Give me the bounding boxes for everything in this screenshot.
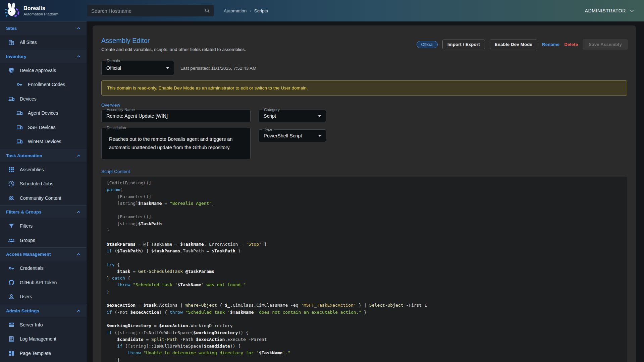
person-icon [8,293,15,300]
sidebar-item-enrollment-codes[interactable]: Enrollment Codes [0,77,87,92]
sidebar-item-credentials[interactable]: Credentials [0,261,87,276]
code-line: param( [107,186,627,193]
read-only-warning-banner: This domain is read-only. Enable Dev Mod… [101,80,627,96]
sidebar-item-filters[interactable]: Filters [0,219,87,233]
code-line: } [107,357,627,362]
brand-subtitle: Automation Platform [23,12,58,16]
code-line: $candidate = Split-Path -Path $execActio… [107,336,627,343]
sidebar-item-agent-devices[interactable]: Agent Devices [0,106,87,120]
sidebar-item-label: GitHub API Token [20,280,57,285]
script-editor[interactable]: [CmdletBinding()]param( [Parameter()] [s… [101,177,627,362]
script-content-section-label: Script Content [101,169,130,174]
breadcrumb-automation[interactable]: Automation [224,8,247,13]
code-line: $task = Get-ScheduledTask @taskParams [107,268,627,275]
rename-button[interactable]: Rename [542,42,559,47]
caret-down-icon [318,115,321,117]
delete-button[interactable]: Delete [564,42,578,47]
hostname-search [87,5,214,16]
code-line [107,254,627,261]
assembly-editor-panel: Assembly Editor Create and edit variable… [93,25,636,362]
groups-icon [8,237,15,244]
borealis-rabbit-logo-icon [4,2,19,19]
sidebar-section-task-automation[interactable]: Task Automation [0,149,87,163]
status-badge: Official [417,41,437,48]
sidebar-item-winrm-devices[interactable]: WinRM Devices [0,134,87,149]
enable-dev-mode-button[interactable]: Enable Dev Mode [490,40,537,49]
chevron-up-icon [76,308,81,313]
code-line: [CmdletBinding()] [107,180,627,186]
code-line [107,295,627,302]
code-line: throw "Scheduled task '$TaskName' was no… [107,282,627,288]
breadcrumb-separator-icon: › [250,8,251,13]
breadcrumb-scripts[interactable]: Scripts [254,8,268,13]
sidebar-item-github-api-token[interactable]: GitHub API Token [0,276,87,290]
building-icon [8,39,15,46]
type-select[interactable]: Type PowerShell Script [259,129,326,142]
sidebar-item-all-sites[interactable]: All Sites [0,35,87,50]
caret-down-icon [166,67,169,69]
domain-select[interactable]: Domain Official [101,61,174,75]
overview-section-label: Overview [101,103,120,108]
sidebar-nav: SitesAll SitesInventoryDevice ApprovalsE… [0,21,87,362]
sidebar-item-log-management[interactable]: Log Management [0,332,87,346]
page-title: Assembly Editor [101,37,150,45]
assembly-name-field[interactable]: Assembly Name Remote Agent Update [WIN] [101,110,251,122]
user-menu[interactable]: ADMINISTRATOR [585,0,635,21]
sidebar-section-label: Task Automation [6,153,42,158]
sidebar-item-label: Server Info [20,322,43,327]
code-line: if ([string]::IsNullOrWhiteSpace($workin… [107,329,627,336]
sidebar-item-label: Users [20,294,32,299]
description-field[interactable]: Description Reaches out to the remote Bo… [101,128,251,159]
sidebar-item-scheduled-jobs[interactable]: Scheduled Jobs [0,177,87,191]
devices-icon [16,138,23,145]
sidebar-item-label: Filters [20,223,33,229]
top-bar: Borealis Automation Platform Automation … [0,0,644,21]
code-line: if ([string]::IsNullOrWhiteSpace($candid… [107,343,627,350]
devices-icon [16,110,23,116]
user-menu-label: ADMINISTRATOR [585,8,626,13]
sidebar-item-assemblies[interactable]: Assemblies [0,163,87,177]
page-subtitle: Create and edit variables, scripts, and … [101,47,246,52]
caret-down-icon [318,135,321,137]
sidebar-item-groups[interactable]: Groups [0,233,87,248]
sidebar-section-sites[interactable]: Sites [0,21,87,35]
sidebar-item-community-content[interactable]: Community Content [0,191,87,205]
code-line: [string]$TaskName = "Borealis Agent", [107,200,627,207]
sidebar-item-users[interactable]: Users [0,290,87,304]
brand-logo[interactable]: Borealis Automation Platform [4,2,58,19]
sidebar-section-label: Inventory [6,54,26,59]
sidebar-section-label: Access Management [6,252,51,257]
sidebar-section-filters-groups[interactable]: Filters & Groups [0,205,87,219]
code-line: } [107,289,627,295]
chevron-up-icon [76,252,81,257]
sidebar-item-label: Page Template [20,351,51,356]
log-icon [8,336,15,342]
type-label: Type [262,127,274,132]
sidebar-item-ssh-devices[interactable]: SSH Devices [0,120,87,135]
last-persisted-text: Last persisted: 11/1/2025, 7:52:43 AM [180,61,256,75]
code-line [107,207,627,214]
sidebar-item-label: Community Content [20,195,61,201]
devices-icon [8,96,15,102]
brand-name: Borealis [23,5,58,11]
save-assembly-button[interactable]: Save Assembly [583,39,628,50]
category-select[interactable]: Category Script [259,110,326,122]
search-input[interactable] [91,8,204,14]
sidebar-section-access-management[interactable]: Access Management [0,247,87,261]
chevron-up-icon [76,153,81,158]
sidebar-item-label: Agent Devices [28,110,58,116]
sidebar-item-device-approvals[interactable]: Device Approvals [0,63,87,78]
sidebar-item-page-template[interactable]: Page Template [0,346,87,361]
sidebar-section-admin-settings[interactable]: Admin Settings [0,304,87,318]
devices-icon [16,124,23,131]
layout-icon [8,350,15,357]
import-export-button[interactable]: Import / Export [442,40,485,49]
sidebar-section-inventory[interactable]: Inventory [0,50,87,63]
key-icon [8,265,15,272]
code-line: try { [107,261,627,268]
sidebar-item-label: Scheduled Jobs [20,181,53,186]
sidebar-item-devices[interactable]: Devices [0,92,87,106]
key-icon [16,81,23,88]
sidebar-item-server-info[interactable]: Server Info [0,318,87,332]
shield-icon [8,67,15,74]
